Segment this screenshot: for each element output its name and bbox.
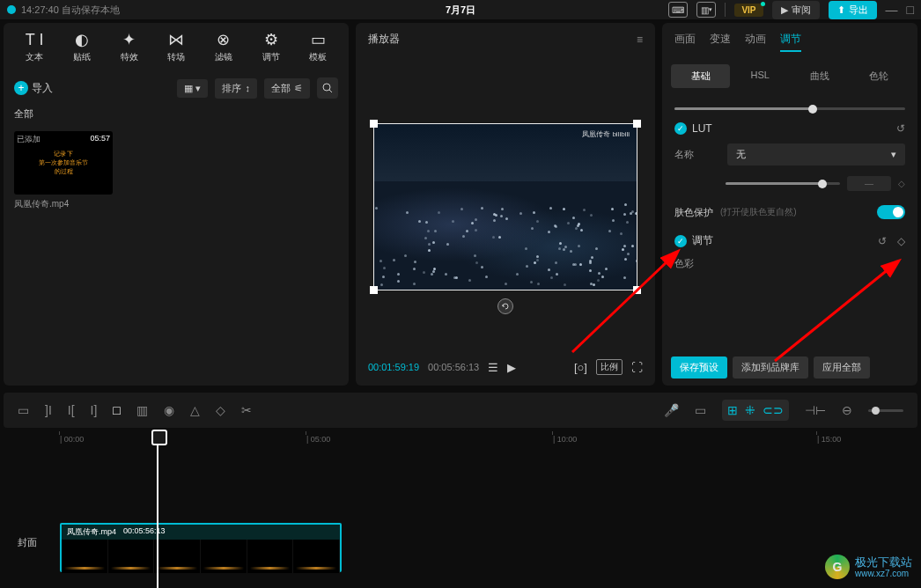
tool-tab-5[interactable]: ⚙调节: [262, 30, 280, 63]
tool-tab-3[interactable]: ⋈转场: [167, 30, 185, 63]
top-slider[interactable]: [674, 107, 905, 110]
inspector-tab-0[interactable]: 画面: [674, 32, 696, 52]
ruler-mark: | 00:00: [60, 435, 84, 444]
keyboard-icon[interactable]: ⌨: [668, 2, 688, 18]
adjust-subtab-1[interactable]: HSL: [730, 64, 790, 88]
skin-protect-toggle[interactable]: [877, 205, 905, 219]
sort-button[interactable]: 排序 ↕: [215, 78, 257, 99]
ratio-button[interactable]: 比例: [596, 359, 623, 375]
split-icon[interactable]: I[: [68, 403, 75, 417]
zoom-slider[interactable]: [868, 409, 903, 412]
adjust-subtab-2[interactable]: 曲线: [790, 64, 850, 88]
adjust-title: 调节: [692, 233, 713, 248]
snap-icon[interactable]: ⊞: [727, 403, 738, 417]
search-icon: [322, 83, 333, 93]
lut-intensity-slider[interactable]: [726, 182, 840, 185]
link-icon[interactable]: ⊂⊃: [763, 403, 784, 417]
lut-reset-icon[interactable]: ↺: [896, 122, 905, 135]
export-icon: ⬆: [837, 4, 845, 16]
playhead[interactable]: [157, 431, 158, 588]
tool-tab-6[interactable]: ▭模板: [309, 30, 327, 63]
timeline: ▭ ]I I[ I] □ ▥ ◉ △ ◇ ✂ 🎤 ▭ ⊞ ⁜ ⊂⊃ ⊣⊢ ⊖ |…: [0, 393, 921, 588]
inspector-tab-1[interactable]: 变速: [710, 32, 731, 52]
tool-tab-4[interactable]: ⊗滤镜: [215, 30, 232, 63]
adjust-reset-icon[interactable]: ↺: [878, 235, 887, 247]
filter-all-button[interactable]: 全部 ⚟: [264, 78, 310, 99]
total-duration: 00:05:56:13: [428, 362, 479, 372]
adjust-keyframe-icon[interactable]: ◇: [897, 235, 905, 247]
skin-protect-label: 肤色保护: [674, 206, 713, 219]
media-panel: T I文本◐贴纸✦特效⋈转场⊗滤镜⚙调节▭模板 + 导入 ▦ ▾ 排序 ↕ 全部…: [4, 23, 349, 386]
split-right-icon[interactable]: I]: [91, 403, 98, 417]
speed-icon[interactable]: ◉: [164, 403, 174, 417]
inspector-tab-2[interactable]: 动画: [745, 32, 766, 52]
keyframe-icon[interactable]: ◇: [898, 179, 905, 188]
lut-intensity-value[interactable]: —: [847, 176, 891, 191]
mirror-icon[interactable]: △: [190, 403, 200, 417]
tool-tab-2[interactable]: ✦特效: [121, 30, 138, 63]
resize-handle-tr[interactable]: [633, 120, 641, 128]
site-watermark: G 极光下载站 www.xz7.com: [825, 555, 912, 579]
ruler-mark: | 05:00: [306, 435, 330, 444]
cover-label[interactable]: 封面: [18, 536, 37, 549]
autosave-indicator: [7, 5, 16, 14]
magnet-icon[interactable]: ⁜: [745, 403, 755, 417]
resize-handle-br[interactable]: [633, 286, 641, 294]
category-label[interactable]: 全部: [4, 104, 349, 124]
resize-handle-tl[interactable]: [370, 120, 378, 128]
maximize-button[interactable]: □: [907, 3, 914, 17]
add-brand-button[interactable]: 添加到品牌库: [733, 356, 808, 379]
vip-badge[interactable]: VIP: [734, 4, 763, 17]
cut-tool-icon[interactable]: □: [113, 403, 120, 417]
rotate-handle[interactable]: [497, 298, 513, 314]
clip-name: 凤凰传奇.mp4: [67, 526, 116, 538]
apply-all-button[interactable]: 应用全部: [814, 356, 870, 379]
tab-icon: ▭: [309, 30, 327, 49]
view-grid-button[interactable]: ▦ ▾: [177, 79, 208, 98]
player-menu-icon[interactable]: ≡: [637, 33, 643, 46]
split-left-icon[interactable]: ]I: [45, 403, 52, 417]
tab-icon: ⋈: [167, 30, 185, 49]
media-thumbnail[interactable]: 已添加 05:57 记录 下第一次参加音乐节的过程: [14, 131, 113, 195]
list-icon[interactable]: ☰: [488, 361, 498, 374]
align-icon[interactable]: ⊣⊢: [805, 403, 826, 417]
crop-icon[interactable]: ✂: [241, 403, 252, 417]
inspector-tab-3[interactable]: 调节: [780, 32, 801, 52]
tab-icon: ⚙: [262, 30, 280, 49]
chevron-down-icon: ▾: [891, 149, 896, 160]
lut-select[interactable]: 无 ▾: [727, 143, 905, 165]
skin-protect-hint: (打开使肤色更自然): [720, 206, 797, 218]
minimize-button[interactable]: —: [886, 3, 898, 17]
timeline-clip[interactable]: 凤凰传奇.mp4 00:05:56:13: [60, 523, 342, 572]
zoom-out-icon[interactable]: ⊖: [842, 403, 852, 417]
rotate-tool-icon[interactable]: ◇: [216, 403, 225, 417]
focus-icon[interactable]: [○]: [574, 361, 587, 374]
fullscreen-icon[interactable]: ⛶: [631, 361, 643, 374]
search-button[interactable]: [317, 77, 338, 99]
adjust-subtab-0[interactable]: 基础: [671, 64, 731, 88]
layout-icon[interactable]: ▥▾: [696, 2, 716, 18]
mic-icon[interactable]: 🎤: [664, 403, 679, 417]
current-time: 00:01:59:19: [368, 362, 419, 372]
media-item[interactable]: 已添加 05:57 记录 下第一次参加音乐节的过程 凤凰传奇.mp4: [14, 131, 113, 210]
video-content: 凤凰传奇 bilibili: [374, 124, 637, 290]
tool-tab-0[interactable]: T I文本: [26, 30, 44, 63]
review-icon: ▶: [781, 4, 788, 16]
adjust-subtab-3[interactable]: 色轮: [850, 64, 910, 88]
select-tool-icon[interactable]: ▭: [18, 403, 29, 417]
player-panel: 播放器 ≡ 凤凰传奇 bilibili 00:01:59:19 00:05:56…: [356, 23, 655, 386]
import-button[interactable]: + 导入: [14, 81, 53, 96]
lut-check-icon[interactable]: ✓: [674, 122, 687, 135]
save-preset-button[interactable]: 保存预设: [671, 356, 727, 379]
adjust-check-icon[interactable]: ✓: [674, 235, 687, 247]
frames-icon[interactable]: ▥: [136, 403, 148, 417]
tool-tab-1[interactable]: ◐贴纸: [73, 30, 91, 63]
play-button[interactable]: ▶: [507, 361, 516, 374]
project-title: 7月7日: [446, 4, 475, 17]
review-button[interactable]: ▶审阅: [772, 1, 820, 19]
video-frame[interactable]: 凤凰传奇 bilibili: [373, 123, 637, 290]
export-button[interactable]: ⬆导出: [829, 1, 877, 19]
ruler-mark: | 10:00: [553, 435, 577, 444]
resize-handle-bl[interactable]: [370, 286, 378, 294]
record-icon[interactable]: ▭: [695, 403, 706, 417]
